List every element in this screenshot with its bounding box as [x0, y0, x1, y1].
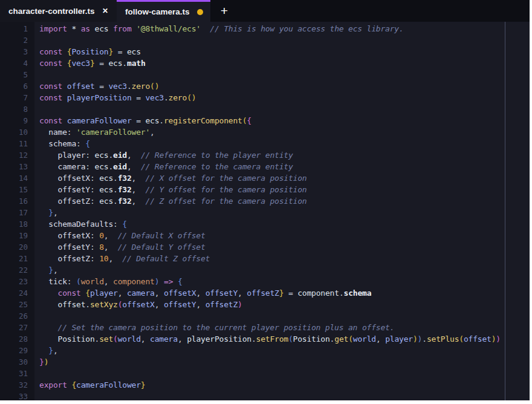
code-token: () — [150, 82, 159, 91]
code-token — [132, 151, 141, 160]
code-line-18[interactable]: schemaDefaults: { — [39, 218, 530, 230]
code-token: 'cameraFollower' — [76, 128, 150, 137]
code-line-24[interactable]: const {player, camera, offsetX, offsetY,… — [39, 287, 530, 299]
code-line-26[interactable] — [39, 310, 530, 322]
code-token: . — [164, 93, 169, 102]
line-number-10: 10 — [0, 126, 28, 138]
code-token: } — [90, 59, 95, 68]
code-token: // Default X offset — [118, 231, 206, 240]
code-line-21[interactable]: offsetZ: 10, // Default Z offset — [39, 253, 530, 264]
new-tab-button[interactable]: + — [210, 0, 238, 22]
code-token: . — [85, 300, 90, 309]
code-line-3[interactable]: const {Position} = ecs — [39, 46, 530, 57]
close-icon[interactable]: ✕ — [102, 7, 108, 15]
code-token: world — [81, 277, 104, 286]
code-token: setFrom — [256, 334, 288, 344]
code-token: const — [58, 288, 81, 298]
code-token: schema — [344, 288, 372, 298]
code-token: } — [48, 208, 53, 217]
code-line-5[interactable] — [39, 69, 530, 80]
code-token: offsetX — [122, 300, 154, 309]
code-token — [62, 47, 67, 56]
code-token: 8 — [99, 243, 104, 252]
code-token: component — [113, 277, 155, 286]
editor-window: character-controller.ts ✕ follow-camera.… — [0, 0, 532, 404]
code-line-30[interactable]: }) — [39, 356, 530, 368]
code-token: // Set the camera position to the curren… — [58, 323, 395, 332]
code-token: : — [76, 139, 85, 148]
code-line-19[interactable]: offsetX: 0, // Default X offset — [39, 230, 530, 241]
code-line-4[interactable]: const {vec3} = ecs.math — [39, 57, 530, 69]
code-line-11[interactable]: schema: { — [39, 138, 530, 149]
code-token: zero — [169, 93, 187, 102]
code-token: camera — [150, 334, 178, 344]
code-line-2[interactable] — [39, 34, 530, 46]
code-line-23[interactable]: tick: (world, component) => { — [39, 276, 530, 287]
code-line-28[interactable]: Position.set(world, camera, playerPositi… — [39, 333, 530, 345]
code-token: , — [127, 162, 132, 171]
code-line-12[interactable]: player: ecs.eid, // Reference to the pla… — [39, 149, 530, 161]
code-line-16[interactable]: offsetZ: ecs.f32, // Z offset for the ca… — [39, 195, 530, 207]
code-line-31[interactable] — [39, 368, 530, 379]
tab-character-controller[interactable]: character-controller.ts ✕ — [0, 0, 117, 22]
code-token: ecs — [95, 162, 109, 171]
code-token: eid — [113, 151, 127, 160]
code-line-29[interactable]: }, — [39, 345, 530, 356]
code-token: offset — [58, 300, 86, 309]
code-token — [39, 151, 58, 160]
code-token — [39, 231, 58, 240]
line-number-30: 30 — [0, 356, 28, 368]
code-token: ecs — [99, 197, 113, 206]
code-line-25[interactable]: offset.setXyz(offsetX, offsetY, offsetZ) — [39, 299, 530, 310]
code-line-7[interactable]: const playerPosition = vec3.zero() — [39, 92, 530, 103]
code-token — [39, 277, 48, 286]
code-token: offsetZ — [247, 288, 279, 298]
code-line-9[interactable]: const cameraFollower = ecs.registerCompo… — [39, 115, 530, 126]
code-token: ecs — [99, 174, 113, 183]
code-line-27[interactable]: // Set the camera position to the curren… — [39, 322, 530, 333]
line-number-25: 25 — [0, 299, 28, 310]
code-token — [39, 334, 58, 344]
code-token: offsetY — [58, 243, 90, 252]
line-number-33: 33 — [0, 391, 28, 400]
code-line-33[interactable] — [39, 391, 530, 400]
line-number-22: 22 — [0, 264, 28, 276]
code-token: { — [85, 288, 90, 298]
line-number-13: 13 — [0, 161, 28, 172]
code-token: : — [67, 277, 76, 286]
code-token: cameraFollower — [67, 116, 132, 125]
code-token: vec3 — [145, 93, 164, 102]
code-line-15[interactable]: offsetY: ecs.f32, // Y offset for the ca… — [39, 184, 530, 195]
code-token: : — [85, 151, 94, 160]
code-token — [39, 128, 48, 137]
code-line-22[interactable]: }, — [39, 264, 530, 276]
code-token: = — [132, 116, 146, 125]
code-line-14[interactable]: offsetX: ecs.f32, // X offset for the ca… — [39, 172, 530, 184]
code-line-8[interactable] — [39, 103, 530, 115]
code-token: const — [39, 116, 62, 125]
code-token: f32 — [118, 185, 132, 194]
line-number-18: 18 — [0, 218, 28, 230]
code-line-1[interactable]: import * as ecs from '@8thwall/ecs' // T… — [39, 23, 530, 34]
code-token: offsetY — [58, 185, 90, 194]
code-token: , — [127, 151, 132, 160]
code-line-10[interactable]: name: 'cameraFollower', — [39, 126, 530, 138]
line-number-11: 11 — [0, 138, 28, 149]
code-token: math — [127, 59, 146, 68]
code-line-32[interactable]: export {cameraFollower} — [39, 379, 530, 391]
code-token — [39, 197, 58, 206]
tab-follow-camera[interactable]: follow-camera.ts — [117, 0, 210, 22]
code-line-17[interactable]: }, — [39, 207, 530, 218]
code-token — [173, 277, 178, 286]
code-token: // This is how you access the ecs librar… — [210, 24, 403, 33]
code-line-6[interactable]: const offset = vec3.zero() — [39, 80, 530, 92]
code-token: . — [159, 116, 164, 125]
code-token: = — [284, 288, 297, 298]
code-token: , — [238, 288, 247, 298]
code-line-20[interactable]: offsetY: 8, // Default Y offset — [39, 241, 530, 253]
code-token: offset — [67, 82, 95, 91]
code-token: offsetX — [58, 174, 90, 183]
code-line-13[interactable]: camera: ecs.eid, // Reference to the cam… — [39, 161, 530, 172]
code-area[interactable]: import * as ecs from '@8thwall/ecs' // T… — [34, 22, 530, 400]
code-token — [62, 116, 67, 125]
